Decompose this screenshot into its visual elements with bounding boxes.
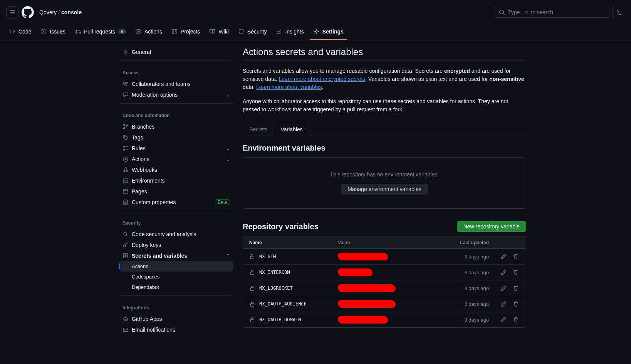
redacted-value [338,284,396,292]
tab-issues[interactable]: Issues [37,25,68,40]
sidebar-item-secrets-variables[interactable]: Secrets and variables⌃ [119,250,233,261]
sidebar-item-webhooks[interactable]: Webhooks [119,164,233,175]
sidebar-item-label: Secrets and variables [132,253,223,259]
sidebar-item-custom-properties[interactable]: Custom propertiesBeta [119,197,233,208]
sidebar-item-email-notifications[interactable]: Email notifications [119,324,233,335]
svg-rect-3 [172,29,177,34]
breadcrumb-org[interactable]: Qovery [39,9,57,15]
sidebar-item-rules[interactable]: Rules⌄ [119,143,233,154]
tab-settings[interactable]: Settings [310,25,347,40]
server-icon [123,178,129,184]
edit-button[interactable] [500,316,507,324]
webhook-icon [123,167,129,173]
sidebar-item-label: Moderation options [132,92,223,98]
chevron-down-icon: ⌄ [226,92,230,98]
variable-name: NX_GTM [259,254,276,259]
command-palette-button[interactable] [613,6,625,18]
svg-rect-20 [123,190,128,193]
branch-icon [123,124,129,130]
play-icon [135,29,141,35]
sidebar-item-environments[interactable]: Environments [119,175,233,186]
svg-rect-31 [251,319,254,322]
github-logo-icon[interactable] [22,6,34,18]
svg-point-23 [123,245,126,247]
delete-button[interactable] [512,268,520,276]
env-variables-heading: Environment variables [243,144,526,153]
pr-icon [75,29,81,35]
sidebar-item-collaborators[interactable]: Collaborators and teams [119,79,233,89]
sidebar-item-label: Deploy keys [132,242,230,248]
tab-wiki[interactable]: Wiki [206,25,232,40]
tab-projects[interactable]: Projects [168,25,203,40]
people-icon [123,81,129,87]
lock-open-icon [249,301,255,307]
new-repo-variable-button[interactable]: New repository variable [457,221,526,232]
chevron-down-icon: ⌄ [226,145,230,151]
sidebar-heading-access: Access [119,64,233,79]
delete-button[interactable] [512,300,520,308]
delete-button[interactable] [512,316,520,324]
search-kbd: / [523,10,528,15]
subtab-variables[interactable]: Variables [274,123,309,136]
gear-icon [313,29,319,35]
tab-security[interactable]: Security [235,25,270,40]
link-learn-variables[interactable]: Learn more about variables [256,84,322,90]
sidebar-item-label: Branches [132,124,230,130]
variable-name: NX_LOGROCKET [259,285,293,291]
link-learn-secrets[interactable]: Learn more about encrypted secrets [279,76,365,82]
sidebar-item-tags[interactable]: Tags [119,132,233,143]
sidebar-item-github-apps[interactable]: GitHub Apps [119,314,233,324]
edit-button[interactable] [500,268,507,276]
sidebar-subitem-actions[interactable]: Actions [119,261,233,272]
sidebar-subitem-dependabot[interactable]: Dependabot [119,282,233,292]
tab-insights[interactable]: Insights [273,25,307,40]
sidebar-item-deploy-keys[interactable]: Deploy keys [119,240,233,250]
delete-button[interactable] [512,284,520,292]
manage-env-variables-button[interactable]: Manage environment variables [341,184,428,195]
variable-name: NX_OAUTH_DOMAIN [259,317,301,322]
sidebar-item-pages[interactable]: Pages [119,186,233,197]
tab-actions[interactable]: Actions [132,25,165,40]
sidebar-item-branches[interactable]: Branches [119,121,233,132]
sidebar-item-moderation[interactable]: Moderation options⌄ [119,89,233,100]
tab-code[interactable]: Code [6,25,34,40]
svg-rect-27 [251,256,254,259]
breadcrumb-repo[interactable]: console [61,9,82,15]
svg-point-22 [124,232,127,235]
lock-open-icon [249,269,255,275]
edit-button[interactable] [500,284,507,292]
svg-point-9 [124,128,125,129]
repo-variables-heading: Repository variables [243,222,319,231]
sidebar-item-general[interactable]: General [119,47,233,57]
redacted-value [338,253,388,260]
table-row: NX_OAUTH_AUDIENCE 3 days ago [243,296,526,312]
page-description: Secrets and variables allow you to manag… [243,67,526,91]
key-icon [123,242,129,248]
sidebar-item-label: Email notifications [132,327,230,333]
search-icon [499,9,505,15]
breadcrumb-separator: / [58,9,60,15]
edit-button[interactable] [500,253,507,260]
env-variables-box: This repository has no environment varia… [243,157,526,209]
svg-point-6 [124,82,126,84]
tag-icon [123,134,129,141]
edit-button[interactable] [500,300,507,308]
delete-button[interactable] [512,253,520,260]
search-input[interactable]: Type / to search [494,7,609,18]
col-header-name[interactable]: Name [249,240,338,245]
table-row: NX_OAUTH_DOMAIN 3 days ago [243,312,526,327]
sidebar-item-actions[interactable]: Actions⌄ [119,154,233,164]
sidebar-item-label: Webhooks [132,167,230,173]
variable-updated: 3 days ago [435,285,489,291]
code-icon [9,29,15,35]
tab-pull-requests[interactable]: Pull requests9 [72,25,129,40]
repo-variables-table: Name Value Last updated NX_GTM 3 days ag… [243,237,526,328]
sidebar-subitem-codespaces[interactable]: Codespaces [119,272,233,282]
global-nav-menu-button[interactable] [6,6,18,18]
redacted-value [338,316,388,324]
sidebar-item-label: Custom properties [132,199,211,205]
subtab-secrets[interactable]: Secrets [243,123,274,136]
table-row: NX_INTERCOM 3 days ago [243,265,526,280]
sidebar-item-code-security[interactable]: Code security and analysis [119,229,233,240]
gear-icon [123,49,129,55]
